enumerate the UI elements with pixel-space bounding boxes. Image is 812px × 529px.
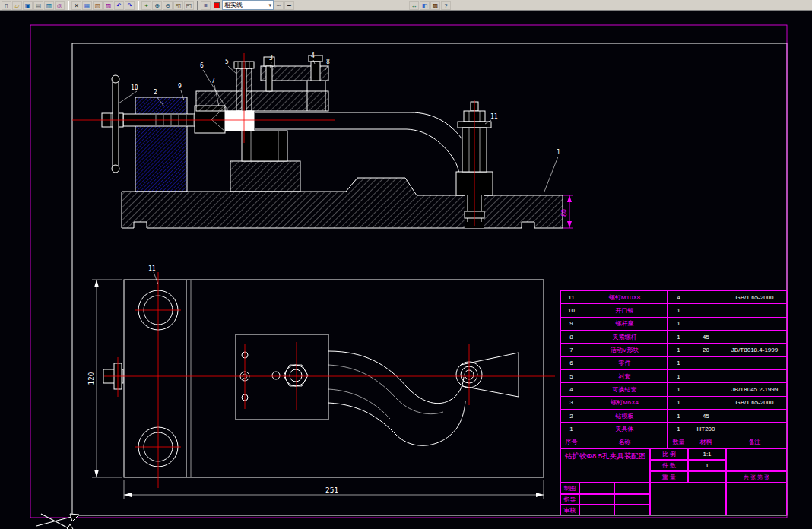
- section-view: [102, 55, 563, 228]
- sheets-label: 共 张 第 张: [726, 471, 787, 483]
- pedestal: [230, 161, 300, 192]
- title-block-empty-cell: [614, 494, 650, 505]
- callout-11: 11: [490, 113, 498, 120]
- bom-row-remark: [722, 318, 788, 331]
- layers-icon[interactable]: ≡: [201, 1, 211, 10]
- bom-row-name: 螺钉M6X4: [582, 397, 668, 410]
- title-block: 钻扩铰Φ8.5孔夹具装配图 比 例 1:1 件 数 1 重 量 共 张 第 张 …: [560, 448, 787, 515]
- pan-icon[interactable]: +: [141, 1, 151, 10]
- bom-row-qty: 1: [668, 344, 690, 356]
- bom-row-no: 8: [561, 331, 582, 344]
- zoom-in-icon[interactable]: ⊕: [152, 1, 162, 10]
- print-icon[interactable]: ▤: [33, 1, 43, 10]
- toolbar-separator: [68, 1, 69, 10]
- bom-row-material: [690, 318, 722, 331]
- bom-row-no: 1: [561, 423, 582, 436]
- callout-2: 2: [154, 89, 157, 96]
- zoom-out-icon[interactable]: ⊖: [163, 1, 173, 10]
- workpiece-arm-plan: [328, 351, 519, 445]
- bom-row-qty: 1: [668, 318, 690, 331]
- bom-row-qty: 1: [668, 383, 690, 396]
- match-properties-icon[interactable]: ▨: [103, 1, 113, 10]
- check-value: [579, 505, 614, 515]
- title-block-empty-cell: [726, 483, 787, 515]
- bom-row-name: 夹具体: [582, 423, 668, 436]
- dim-text-80: 80: [561, 209, 568, 217]
- bom-row-no: 7: [561, 344, 582, 356]
- distance-icon[interactable]: ↔: [409, 1, 419, 10]
- bom-row-no: 3: [561, 397, 582, 410]
- bom-row-qty: 1: [668, 397, 690, 410]
- callout-7: 7: [211, 78, 215, 84]
- bom-header-remark: 备注: [722, 436, 788, 449]
- guide-value: [579, 494, 614, 505]
- bom-header-material: 材料: [690, 436, 722, 449]
- bom-row-name: 衬套: [582, 370, 668, 383]
- bom-row-remark: [722, 370, 788, 383]
- guide-label: 指导: [560, 494, 579, 505]
- callout-5: 5: [225, 59, 229, 65]
- bom-row-material: 45: [690, 331, 722, 344]
- cad-application-window: ▯ ▱ ▣ ▤ ▥ ◎ ✕ ▦ ▧ ▨ ↶ ↷ + ⊕ ⊖ ◱ ◰ ≡ 粗实线 …: [0, 0, 812, 529]
- calculator-icon[interactable]: ▩: [430, 1, 440, 10]
- callout-4: 4: [311, 52, 315, 59]
- save-icon[interactable]: ▣: [23, 1, 33, 10]
- redo-icon[interactable]: ↷: [125, 1, 135, 10]
- bom-row-name: 零件: [582, 357, 668, 370]
- bom-row-material: [690, 357, 722, 370]
- open-file-icon[interactable]: ▱: [12, 1, 22, 10]
- lineweight-icon[interactable]: ━: [284, 1, 294, 10]
- help-icon[interactable]: ?: [441, 1, 451, 10]
- callout-11-plan: 11: [148, 265, 156, 272]
- find-icon[interactable]: ◎: [55, 1, 65, 10]
- layer-color-swatch[interactable]: [214, 2, 220, 8]
- bom-row-material: 20: [690, 344, 722, 356]
- zoom-window-icon[interactable]: ◱: [173, 1, 183, 10]
- callout-3: 3: [269, 55, 273, 62]
- bom-row-name: 螺钉M10X8: [582, 291, 668, 304]
- toolbar-separator: [197, 1, 198, 10]
- bom-row-name: 开口销: [582, 304, 668, 317]
- undo-icon[interactable]: ↶: [114, 1, 124, 10]
- bom-row-material: HT200: [690, 423, 722, 436]
- bom-row-remark: GB/T 65-2000: [722, 291, 788, 304]
- check-label: 审核: [560, 505, 579, 515]
- bom-row-material: [690, 304, 722, 317]
- bom-row-remark: JB/T8045.2-1999: [722, 383, 788, 396]
- bom-header-no: 序号: [561, 436, 582, 449]
- bom-row-name: 螺杆座: [582, 318, 668, 331]
- main-toolbar: ▯ ▱ ▣ ▤ ▥ ◎ ✕ ▦ ▧ ▨ ↶ ↷ + ⊕ ⊖ ◱ ◰ ≡ 粗实线 …: [0, 0, 812, 11]
- bom-row-no: 2: [561, 410, 582, 423]
- bom-header-name: 名称: [582, 436, 668, 449]
- paste-icon[interactable]: ▧: [93, 1, 103, 10]
- properties-icon[interactable]: ◧: [420, 1, 430, 10]
- bom-row-material: [690, 397, 722, 410]
- fixture-body-base: [122, 178, 563, 228]
- bom-row-qty: 1: [668, 331, 690, 344]
- bom-row-material: [690, 383, 722, 396]
- ucs-icon: [36, 514, 79, 529]
- bom-row-remark: [722, 304, 788, 317]
- scale-value: 1:1: [688, 448, 726, 460]
- bom-row-no: 6: [561, 357, 582, 370]
- title-block-empty-cell: [614, 483, 650, 494]
- print-preview-icon[interactable]: ▥: [44, 1, 54, 10]
- drawn-by-value: [579, 483, 614, 494]
- new-file-icon[interactable]: ▯: [2, 1, 11, 10]
- linetype-icon[interactable]: ┅: [274, 1, 284, 10]
- toolbar-separator: [138, 1, 139, 10]
- zoom-previous-icon[interactable]: ◰: [184, 1, 194, 10]
- callout-8: 8: [326, 59, 330, 65]
- callout-10: 10: [131, 84, 138, 91]
- callout-1: 1: [557, 149, 560, 156]
- bom-row-remark: [722, 357, 788, 370]
- drawn-by-label: 制图: [560, 483, 579, 494]
- bom-row-qty: 1: [668, 357, 690, 370]
- copy-icon[interactable]: ▦: [82, 1, 92, 10]
- layer-select[interactable]: 粗实线 ▾: [222, 0, 274, 10]
- bom-row-qty: 1: [668, 410, 690, 423]
- callout-6: 6: [200, 62, 204, 69]
- layer-select-value: 粗实线: [224, 1, 243, 9]
- cut-icon[interactable]: ✕: [71, 1, 81, 10]
- bom-row-remark: [722, 331, 788, 344]
